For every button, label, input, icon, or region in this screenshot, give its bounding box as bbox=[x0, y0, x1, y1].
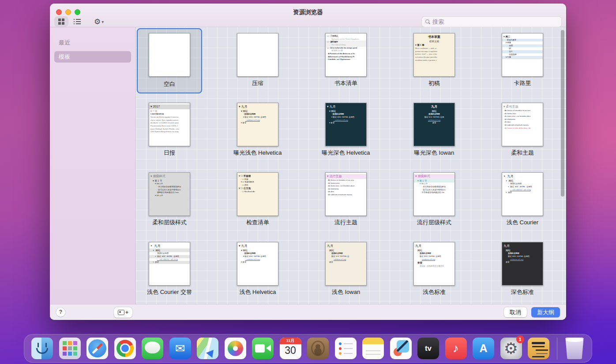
template-item[interactable]: ▾ 九月▾ 网站· 查阅站点地图▾ 验证 W3C XHTML 合规性· vali… bbox=[137, 237, 202, 302]
template-label: 书本清单 bbox=[313, 79, 379, 87]
grid-view-icon bbox=[58, 19, 64, 25]
dock-item-trash-icon[interactable] bbox=[564, 338, 585, 359]
cancel-button[interactable]: 取消 bbox=[504, 307, 527, 317]
dock-item-launchpad-icon[interactable] bbox=[59, 338, 81, 359]
template-label: 浅色 Courier 交替 bbox=[137, 288, 202, 296]
template-label: 柔和层级样式 bbox=[137, 219, 202, 227]
dock-item-omnioutliner-icon[interactable] bbox=[528, 338, 549, 359]
dock-item-messages-icon[interactable] bbox=[142, 338, 163, 359]
template-label: 空白 bbox=[138, 80, 201, 88]
dock-item-notes-icon[interactable] bbox=[362, 338, 384, 359]
template-thumbnail: ▾ 层级样式▾ 第 1 节▾ 1A 小节· 本文档会自动根据级别来设· 您可以在… bbox=[413, 172, 455, 216]
template-item[interactable]: ▾ 2017▾ 一月▾ 2017年1月1日Verum ab Histro opp… bbox=[137, 98, 202, 163]
dock-item-maps-icon[interactable] bbox=[197, 338, 218, 359]
template-thumbnail: ▾ 九月▾ 网站· 查阅站点地图▾ 验证 W3C XHTML 合规性· vali… bbox=[149, 242, 190, 286]
dock-item-music-icon[interactable]: ♪ bbox=[445, 338, 467, 359]
template-item[interactable]: ▾ 九月▾ 网站· 查阅站点地图▾ 验证 W3C XHTML 合规性· vali… bbox=[225, 98, 290, 163]
template-thumbnail: 九月网站查阅站点地图验证 W3C XHTML 合规性validator.w3.o… bbox=[502, 242, 543, 286]
template-label: 曝光深色 Helvetica bbox=[313, 149, 379, 157]
dock-item-photos-icon[interactable] bbox=[225, 338, 246, 359]
template-label: 柔和主题 bbox=[490, 149, 555, 157]
list-view-icon bbox=[74, 19, 81, 24]
template-item[interactable]: 九月网站查阅站点地图验证 W3C XHTML 合规性validator.w3.o… bbox=[402, 237, 467, 302]
dock-item-settings-icon[interactable]: ⚙1 bbox=[500, 338, 522, 359]
gear-icon: ⚙ bbox=[94, 18, 101, 26]
search-icon bbox=[425, 19, 430, 24]
chevron-down-icon: ▾ bbox=[101, 19, 104, 24]
sidebar-item-templates[interactable]: 模板 bbox=[54, 51, 131, 63]
dock-item-freeform-icon[interactable] bbox=[390, 338, 412, 359]
help-button[interactable]: ? bbox=[56, 308, 65, 317]
template-thumbnail: ▾ 九月▾ 网站· 查阅站点地图▾ 验证 W3C XHTML 合规性· vali… bbox=[237, 103, 278, 146]
dock-item-contacts-icon[interactable] bbox=[307, 338, 329, 359]
template-thumbnail: ▾ 周二· 基础代谢率▾ 早餐· 鸡蛋· 粥· 杏仁· 豆浆燕麦▾ 午餐 bbox=[502, 33, 543, 77]
dock-item-calendar-icon[interactable]: 11月30 bbox=[280, 338, 301, 359]
appletv-glyph: tv bbox=[417, 338, 439, 359]
template-item[interactable]: ▾ 九月▾ 网站· 查阅站点地图▾ 验证 W3C XHTML 合规性· vali… bbox=[490, 167, 555, 233]
template-thumbnail: ▾ 柔和主题· An finitus sit mundus et an unu·… bbox=[502, 103, 543, 146]
dock-separator bbox=[557, 338, 557, 360]
list-view-button[interactable] bbox=[70, 16, 84, 27]
sidebar-item-recent[interactable]: 最近 bbox=[54, 37, 131, 48]
template-thumbnail: 书本草案样本文档▾ 第 1 章Hiene condantur — unde es… bbox=[413, 33, 455, 77]
template-label: 深色标准 bbox=[490, 288, 555, 296]
template-thumbnail: ▾ 九月▾ 网站· 查阅站点地图▾ 验证 W3C XHTML 合规性· vali… bbox=[237, 242, 278, 286]
template-thumbnail: 九月网站查阅站点地图验证 W3C XHTML 合validator.w3.org… bbox=[325, 242, 367, 286]
footer-bar: ? + 取消 新大纲 bbox=[50, 304, 566, 320]
photo-icon bbox=[118, 310, 124, 315]
template-label: 浅色 Iowan bbox=[313, 288, 379, 296]
template-item[interactable]: 书本草案样本文档▾ 第 1 章Hiene condantur — unde es… bbox=[402, 28, 467, 93]
dock-item-reminders-icon[interactable] bbox=[335, 338, 357, 359]
template-label: 流行主题 bbox=[313, 219, 379, 227]
template-thumbnail: ▾ 流行主题· An finitus sit mundus et an unu·… bbox=[325, 172, 367, 216]
template-label: 浅色 Courier bbox=[490, 219, 555, 227]
template-item[interactable]: ▾ 层级样式▾ 第 1 节▾ 1A 小节· 本文档会自动根据级别来设· 您可以在… bbox=[137, 167, 202, 233]
template-item[interactable]: ▾ 层级样式▾ 第 1 节▾ 1A 小节· 本文档会自动根据级别来设· 您可以在… bbox=[402, 167, 467, 233]
template-item[interactable]: ▾ 九月▾ 网站· 查阅站点地图▾ 验证 W3C XHTML 合规性· vali… bbox=[225, 237, 290, 302]
template-label: 曝光深色 Iowan bbox=[402, 149, 467, 157]
calendar-month: 11月 bbox=[280, 338, 301, 344]
dock-item-chrome-icon[interactable] bbox=[114, 338, 136, 359]
template-thumbnail: · bbox=[237, 33, 278, 77]
actions-menu-button[interactable]: ⚙ ▾ bbox=[94, 18, 104, 26]
dock-item-appletv-icon[interactable]: tv bbox=[417, 338, 439, 359]
sidebar: 最近 模板 bbox=[50, 27, 136, 304]
template-label: 检查清单 bbox=[225, 219, 290, 227]
new-outline-button[interactable]: 新大纲 bbox=[531, 307, 560, 317]
search-field[interactable] bbox=[421, 16, 562, 27]
template-item[interactable]: ▾ 柔和主题· An finitus sit mundus et an unu·… bbox=[490, 98, 555, 163]
template-thumbnail: ▾ 2017▾ 一月▾ 2017年1月1日Verum ab Histro opp… bbox=[149, 103, 190, 146]
titlebar[interactable]: 资源浏览器 ⚙ ▾ bbox=[50, 4, 566, 27]
plus-icon: + bbox=[125, 309, 128, 316]
template-thumbnail: ☐ · 三国演义Romance of the Three Kingdoms☐ ·… bbox=[325, 33, 367, 77]
template-thumbnail: ▾ 层级样式▾ 第 1 节▾ 1A 小节· 本文档会自动根据级别来设· 您可以在… bbox=[149, 172, 190, 216]
dock: ✉11月30tv♪A⚙1 bbox=[24, 334, 592, 363]
template-item[interactable]: ·压缩 bbox=[225, 28, 290, 93]
dock-item-finder-icon[interactable] bbox=[31, 338, 53, 359]
template-item[interactable]: ▾ 流行主题· An finitus sit mundus et an unu·… bbox=[313, 167, 379, 233]
template-item[interactable]: ☐ · 三国演义Romance of the Three Kingdoms☐ ·… bbox=[313, 28, 379, 93]
template-thumbnail: ▾ 九月▾ 网站· 查阅站点地图▾ 验证 W3C XHTML 合规性· vali… bbox=[325, 103, 367, 146]
template-item[interactable]: ·空白 bbox=[137, 28, 202, 93]
dock-item-mail-icon[interactable]: ✉ bbox=[169, 338, 191, 359]
template-item[interactable]: 九月网站查阅站点地图验证 W3C XHTML 合validator.w3.org… bbox=[313, 237, 379, 302]
template-thumbnail: 九月网站查阅站点地图验证 W3C XHTML 合规性validator.w3.o… bbox=[413, 242, 455, 286]
template-label: 初稿 bbox=[402, 79, 467, 87]
template-label: 流行层级样式 bbox=[402, 219, 467, 227]
dock-item-facetime-icon[interactable] bbox=[252, 338, 274, 359]
template-item[interactable]: 九月网站查阅站点地图验证 W3C XHTML 合规validator.w3.or… bbox=[402, 98, 467, 163]
calendar-day: 30 bbox=[280, 345, 301, 357]
grid-view-button[interactable] bbox=[54, 16, 68, 27]
template-item[interactable]: ▾ 周二· 基础代谢率▾ 早餐· 鸡蛋· 粥· 杏仁· 豆浆燕麦▾ 午餐卡路里 bbox=[490, 28, 555, 93]
scrollbar-thumb[interactable] bbox=[561, 30, 564, 197]
template-thumbnail: 九月网站查阅站点地图验证 W3C XHTML 合规validator.w3.or… bbox=[413, 103, 455, 146]
template-label: 日报 bbox=[137, 149, 202, 157]
template-item[interactable]: 九月网站查阅站点地图验证 W3C XHTML 合规性validator.w3.o… bbox=[490, 237, 555, 302]
dock-item-safari-icon[interactable] bbox=[86, 338, 108, 359]
template-item[interactable]: ▾ ☐ 手提箱· ☐ 衣物▾ ☑ 电源适配器· ☐ 牙刷▾ ☐ 公文包· ☐ M… bbox=[225, 167, 290, 233]
template-item[interactable]: ▾ 九月▾ 网站· 查阅站点地图▾ 验证 W3C XHTML 合规性· vali… bbox=[313, 98, 379, 163]
dock-item-appstore-icon[interactable]: A bbox=[473, 338, 494, 359]
appstore-glyph: A bbox=[473, 338, 494, 359]
search-input[interactable] bbox=[432, 19, 558, 25]
add-photo-button[interactable]: + bbox=[114, 307, 132, 318]
